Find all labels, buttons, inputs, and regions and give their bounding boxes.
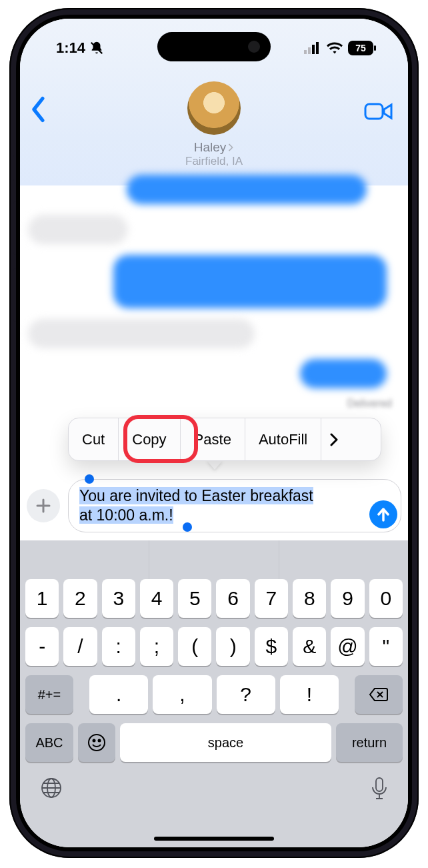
message-bubble-out[interactable] [127, 175, 367, 204]
key-8[interactable]: 8 [293, 579, 326, 618]
key-&[interactable]: & [293, 627, 326, 666]
battery-icon: 75 [348, 41, 377, 55]
key-"[interactable]: " [369, 627, 403, 666]
key-1[interactable]: 1 [25, 579, 59, 618]
mic-icon [371, 777, 388, 801]
message-bubble-in[interactable] [28, 215, 128, 244]
key-$[interactable]: $ [255, 627, 288, 666]
svg-rect-2 [308, 47, 311, 54]
key-3[interactable]: 3 [102, 579, 135, 618]
status-time: 1:14 [56, 39, 85, 57]
wifi-icon [327, 42, 343, 54]
key--[interactable]: - [25, 627, 59, 666]
key-period[interactable]: . [89, 675, 148, 714]
paste-button[interactable]: Paste [181, 418, 245, 460]
globe-button[interactable] [40, 777, 63, 803]
svg-rect-6 [374, 45, 376, 51]
svg-rect-8 [365, 104, 383, 119]
screen: 1:14 75 [20, 19, 408, 847]
key-;[interactable]: ; [140, 627, 173, 666]
chevron-left-icon [29, 96, 48, 123]
key-@[interactable]: @ [331, 627, 364, 666]
message-thread[interactable]: Delivered Cut Copy Paste AutoFill [20, 185, 408, 559]
delivered-label: Delivered [347, 398, 392, 410]
message-input[interactable]: You are invited to Easter breakfastat 10… [68, 479, 401, 532]
key-5[interactable]: 5 [178, 579, 211, 618]
text-edit-menu: Cut Copy Paste AutoFill [68, 418, 381, 461]
selection-handle-end[interactable] [183, 522, 192, 532]
emoji-icon [87, 733, 106, 752]
svg-point-15 [93, 740, 95, 742]
key-symbol-switch[interactable]: #+= [25, 675, 73, 714]
key-0[interactable]: 0 [369, 579, 403, 618]
apps-button[interactable] [27, 489, 60, 522]
home-indicator[interactable] [154, 837, 274, 841]
key-backspace[interactable] [355, 675, 403, 714]
key-9[interactable]: 9 [331, 579, 364, 618]
key-4[interactable]: 4 [140, 579, 173, 618]
key-comma[interactable]: , [153, 675, 211, 714]
svg-text:75: 75 [355, 43, 366, 53]
key-:[interactable]: : [102, 627, 135, 666]
dynamic-island [157, 32, 271, 61]
key-6[interactable]: 6 [216, 579, 249, 618]
copy-button[interactable]: Copy [119, 418, 180, 460]
key-abc[interactable]: ABC [25, 723, 73, 762]
key-7[interactable]: 7 [255, 579, 288, 618]
conversation-header: Haley Fairfield, IA [20, 65, 408, 185]
avatar [187, 81, 241, 135]
contact-header[interactable]: Haley Fairfield, IA [185, 81, 243, 168]
send-button[interactable] [369, 500, 397, 528]
menu-pointer [207, 460, 223, 470]
back-button[interactable] [29, 96, 48, 125]
backspace-icon [369, 687, 389, 702]
contact-name: Haley [194, 140, 227, 155]
message-bubble-in[interactable] [28, 319, 255, 348]
compose-bar: You are invited to Easter breakfastat 10… [27, 479, 401, 532]
message-bubble-out[interactable] [113, 255, 387, 308]
cut-button[interactable]: Cut [69, 418, 119, 460]
svg-rect-20 [376, 778, 383, 791]
key-)[interactable]: ) [216, 627, 249, 666]
key-question[interactable]: ? [217, 675, 275, 714]
silent-icon [89, 41, 104, 55]
dictation-button[interactable] [371, 777, 388, 803]
svg-point-14 [89, 735, 105, 751]
svg-rect-3 [312, 45, 315, 54]
facetime-button[interactable] [364, 101, 393, 124]
key-2[interactable]: 2 [63, 579, 97, 618]
video-icon [364, 101, 393, 121]
plus-icon [36, 498, 51, 513]
chevron-right-icon [227, 143, 234, 151]
predictive-bar[interactable] [20, 540, 408, 579]
svg-rect-4 [316, 42, 319, 54]
selection-handle-start[interactable] [85, 474, 94, 484]
svg-point-16 [99, 740, 101, 742]
autofill-button[interactable]: AutoFill [245, 418, 321, 460]
key-([interactable]: ( [178, 627, 211, 666]
chevron-right-icon [329, 433, 339, 446]
more-actions-button[interactable] [321, 418, 347, 460]
cellular-icon [304, 42, 321, 54]
key-/[interactable]: / [63, 627, 97, 666]
globe-icon [40, 777, 63, 799]
message-bubble-out[interactable] [300, 359, 387, 388]
svg-rect-1 [304, 50, 307, 54]
contact-location: Fairfield, IA [185, 155, 243, 168]
phone-frame: 1:14 75 [9, 8, 419, 858]
arrow-up-icon [377, 507, 390, 522]
key-space[interactable]: space [120, 723, 331, 762]
key-exclaim[interactable]: ! [280, 675, 339, 714]
key-emoji[interactable] [78, 723, 115, 762]
keyboard: 1234567890 -/:;()$&@" #+= . , ? ! ABC [20, 540, 408, 847]
key-return[interactable]: return [336, 723, 403, 762]
